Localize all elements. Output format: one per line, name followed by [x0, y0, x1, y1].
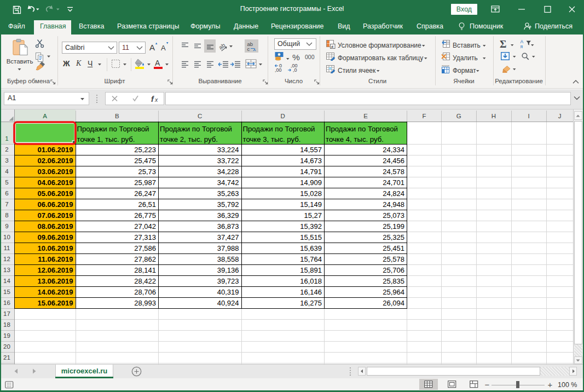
svg-text:34,228: 34,228	[217, 168, 239, 176]
svg-text:15,764: 15,764	[300, 255, 322, 263]
svg-text:H: H	[492, 113, 496, 119]
svg-text:16,146: 16,146	[300, 288, 322, 296]
svg-text:27,042: 27,042	[134, 222, 156, 230]
svg-text:39,723: 39,723	[217, 277, 239, 285]
svg-text:25,451: 25,451	[383, 244, 404, 252]
svg-text:B: B	[115, 113, 119, 119]
svg-text:27,586: 27,586	[134, 244, 156, 252]
svg-text:,00: ,00	[275, 67, 282, 73]
svg-text:25,475: 25,475	[134, 157, 156, 165]
svg-text:15,149: 15,149	[300, 200, 322, 209]
svg-text:%: %	[292, 53, 300, 62]
svg-text:x: x	[154, 96, 158, 103]
svg-text:ab: ab	[217, 42, 227, 51]
svg-text:20: 20	[3, 343, 10, 350]
svg-text:36,329: 36,329	[217, 211, 239, 220]
svg-text:C: C	[198, 113, 202, 119]
svg-text:11: 11	[4, 245, 10, 251]
svg-text:14,673: 14,673	[300, 157, 322, 165]
svg-text:Продажи по Торговой: Продажи по Торговой	[77, 125, 149, 133]
svg-text:16,275: 16,275	[300, 299, 322, 307]
svg-text:5: 5	[5, 179, 8, 186]
svg-text:Продажи по Торговой: Продажи по Торговой	[326, 125, 398, 133]
svg-text:18: 18	[3, 321, 10, 328]
svg-text:4: 4	[5, 168, 9, 175]
svg-text:16,018: 16,018	[300, 277, 322, 285]
svg-text:14,909: 14,909	[300, 178, 322, 187]
svg-text:c: c	[247, 46, 250, 52]
svg-text:26,247: 26,247	[134, 189, 156, 198]
svg-text:28,706: 28,706	[134, 288, 156, 296]
svg-text:25,223: 25,223	[134, 146, 156, 154]
svg-text:14.06.2019: 14.06.2019	[37, 288, 73, 296]
svg-text:33,224: 33,224	[217, 146, 239, 154]
svg-text:10: 10	[3, 234, 10, 240]
svg-text:14: 14	[3, 278, 10, 284]
svg-text:F: F	[422, 113, 426, 119]
svg-text:точке 1, тыс. руб.: точке 1, тыс. руб.	[77, 135, 135, 143]
svg-text:15,028: 15,028	[300, 189, 322, 198]
svg-text:I: I	[528, 113, 529, 119]
svg-text:25,073: 25,073	[383, 211, 404, 220]
svg-text:А: А	[155, 59, 160, 67]
svg-text:28,141: 28,141	[134, 266, 156, 274]
svg-text:000: 000	[305, 54, 315, 60]
svg-text:04.06.2019: 04.06.2019	[37, 178, 73, 187]
svg-text:24,456: 24,456	[383, 157, 404, 165]
svg-text:27,313: 27,313	[134, 233, 156, 241]
svg-text:28,993: 28,993	[134, 299, 156, 307]
svg-text:А: А	[149, 43, 155, 52]
svg-text:J: J	[558, 113, 562, 119]
svg-text:40,319: 40,319	[217, 288, 239, 296]
svg-text:13: 13	[3, 267, 10, 273]
svg-text:15,27: 15,27	[304, 211, 322, 220]
svg-text:9: 9	[5, 223, 8, 229]
svg-text:06.06.2019: 06.06.2019	[37, 200, 73, 209]
svg-text:38,558: 38,558	[217, 255, 239, 263]
svg-text:,0: ,0	[293, 67, 297, 73]
svg-text:14,791: 14,791	[300, 168, 322, 176]
svg-text:15.06.2019: 15.06.2019	[37, 299, 73, 307]
svg-text:A: A	[43, 113, 47, 119]
svg-text:25,987: 25,987	[134, 178, 156, 187]
svg-text:09.06.2019: 09.06.2019	[37, 233, 73, 241]
svg-text:10.06.2019: 10.06.2019	[37, 244, 73, 252]
svg-text:25,706: 25,706	[383, 266, 404, 274]
svg-text:точке 3, тыс. руб.: точке 3, тыс. руб.	[243, 135, 301, 143]
svg-text:19: 19	[3, 332, 10, 339]
svg-text:А: А	[161, 44, 166, 52]
svg-text:≠: ≠	[331, 44, 334, 49]
svg-text:28,422: 28,422	[134, 277, 156, 285]
svg-text:36,873: 36,873	[217, 222, 239, 230]
svg-text:26,094: 26,094	[383, 299, 404, 307]
svg-text:26,51: 26,51	[138, 200, 156, 209]
svg-text:24,948: 24,948	[383, 200, 404, 209]
svg-text:40,924: 40,924	[217, 299, 239, 307]
svg-text:14,557: 14,557	[300, 146, 322, 154]
svg-text:02.06.2019: 02.06.2019	[37, 157, 73, 165]
svg-text:я: я	[521, 44, 523, 49]
svg-text:7: 7	[5, 201, 8, 207]
svg-text:15,515: 15,515	[300, 233, 322, 241]
svg-text:25,199: 25,199	[383, 222, 404, 230]
svg-text:35,792: 35,792	[217, 200, 239, 209]
svg-text:11.06.2019: 11.06.2019	[38, 255, 73, 263]
svg-text:03.06.2019: 03.06.2019	[37, 168, 73, 176]
svg-text:01.06.2019: 01.06.2019	[37, 146, 73, 154]
svg-text:точке 4, тыс. руб.: точке 4, тыс. руб.	[326, 135, 384, 143]
svg-text:33,722: 33,722	[217, 157, 239, 165]
svg-text:26,775: 26,775	[134, 211, 156, 220]
svg-text:G: G	[456, 113, 461, 119]
svg-text:Продажи по Торговой: Продажи по Торговой	[243, 125, 315, 133]
svg-text:Продажи по Торговой: Продажи по Торговой	[160, 125, 232, 133]
svg-text:1: 1	[5, 135, 8, 142]
svg-text:37,427: 37,427	[217, 233, 239, 241]
svg-text:15,392: 15,392	[300, 222, 322, 230]
svg-text:3: 3	[5, 157, 8, 164]
svg-text:24,824: 24,824	[383, 189, 404, 198]
svg-text:27,862: 27,862	[134, 255, 156, 263]
svg-text:15: 15	[3, 289, 10, 295]
svg-text:17: 17	[3, 310, 10, 317]
svg-text:39,136: 39,136	[217, 266, 239, 274]
svg-text:E: E	[363, 113, 368, 119]
